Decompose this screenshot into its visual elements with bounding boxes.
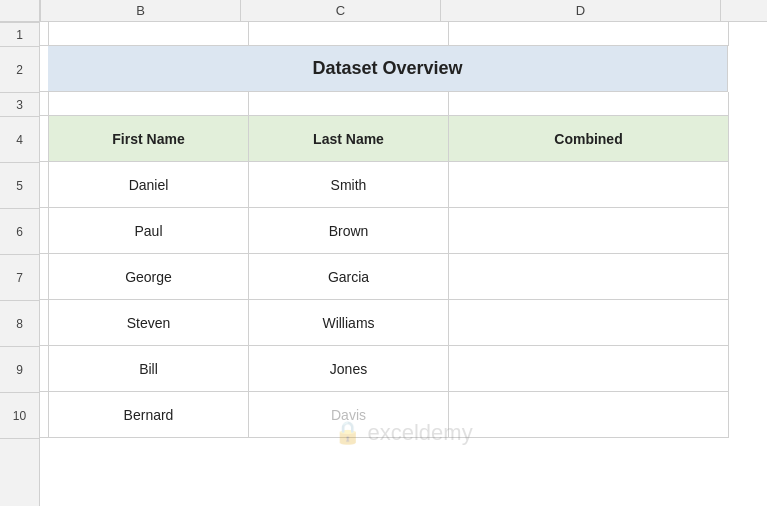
row-10: Bernard Davis <box>40 392 767 438</box>
cell-1a[interactable] <box>40 22 49 46</box>
cell-3c[interactable] <box>249 92 449 116</box>
row-num-1: 1 <box>0 23 39 47</box>
row-num-3: 3 <box>0 93 39 117</box>
cell-9a[interactable] <box>40 346 49 392</box>
row-5: Daniel Smith <box>40 162 767 208</box>
col-header-d[interactable]: D <box>441 0 721 21</box>
cell-5b-first[interactable]: Daniel <box>49 162 249 208</box>
cell-4a[interactable] <box>40 116 49 162</box>
row-9: Bill Jones <box>40 346 767 392</box>
cell-6d-combined[interactable] <box>449 208 729 254</box>
cell-7a[interactable] <box>40 254 49 300</box>
cell-1d[interactable] <box>449 22 729 46</box>
cell-5d-combined[interactable] <box>449 162 729 208</box>
cell-8c-last[interactable]: Williams <box>249 300 449 346</box>
cell-3a[interactable] <box>40 92 49 116</box>
row-num-6: 6 <box>0 209 39 255</box>
cell-6b-first[interactable]: Paul <box>49 208 249 254</box>
cell-1c[interactable] <box>249 22 449 46</box>
row-num-9: 9 <box>0 347 39 393</box>
cell-8a[interactable] <box>40 300 49 346</box>
row-6: Paul Brown <box>40 208 767 254</box>
cell-5a[interactable] <box>40 162 49 208</box>
header-combined[interactable]: Combined <box>449 116 729 162</box>
title-cell[interactable]: Dataset Overview <box>48 46 728 92</box>
row-numbers: 1 2 3 4 5 6 7 8 9 10 <box>0 22 40 506</box>
col-header-b[interactable]: B <box>41 0 241 21</box>
row-num-2: 2 <box>0 47 39 93</box>
cell-7b-first[interactable]: George <box>49 254 249 300</box>
cell-6a[interactable] <box>40 208 49 254</box>
row-8: Steven Williams <box>40 300 767 346</box>
cell-9b-first[interactable]: Bill <box>49 346 249 392</box>
spreadsheet: B C D 1 2 3 4 5 6 7 8 9 10 <box>0 0 767 506</box>
row-7: George Garcia <box>40 254 767 300</box>
row-1 <box>40 22 767 46</box>
header-last-name[interactable]: Last Name <box>249 116 449 162</box>
cell-6c-last[interactable]: Brown <box>249 208 449 254</box>
cell-3d[interactable] <box>449 92 729 116</box>
cell-10b-first[interactable]: Bernard <box>49 392 249 438</box>
row-2: Dataset Overview <box>40 46 767 92</box>
cell-3b[interactable] <box>49 92 249 116</box>
cell-10c-last[interactable]: Davis <box>249 392 449 438</box>
corner-cell <box>0 0 40 21</box>
row-num-5: 5 <box>0 163 39 209</box>
header-first-name[interactable]: First Name <box>49 116 249 162</box>
column-headers: B C D <box>0 0 767 22</box>
cell-10a[interactable] <box>40 392 49 438</box>
cell-7d-combined[interactable] <box>449 254 729 300</box>
sheet-content: Dataset Overview First Name Last Name Co… <box>40 22 767 506</box>
cell-7c-last[interactable]: Garcia <box>249 254 449 300</box>
dataset-title: Dataset Overview <box>312 58 462 79</box>
row-num-10: 10 <box>0 393 39 439</box>
cell-9d-combined[interactable] <box>449 346 729 392</box>
row-4-headers: First Name Last Name Combined <box>40 116 767 162</box>
cell-10d-combined[interactable] <box>449 392 729 438</box>
cell-9c-last[interactable]: Jones <box>249 346 449 392</box>
row-3 <box>40 92 767 116</box>
cell-5c-last[interactable]: Smith <box>249 162 449 208</box>
row-num-4: 4 <box>0 117 39 163</box>
cell-2a[interactable] <box>40 46 48 92</box>
row-num-7: 7 <box>0 255 39 301</box>
cell-1b[interactable] <box>49 22 249 46</box>
cell-8d-combined[interactable] <box>449 300 729 346</box>
row-num-8: 8 <box>0 301 39 347</box>
sheet-body: 1 2 3 4 5 6 7 8 9 10 Dataset <box>0 22 767 506</box>
col-header-c[interactable]: C <box>241 0 441 21</box>
cell-8b-first[interactable]: Steven <box>49 300 249 346</box>
